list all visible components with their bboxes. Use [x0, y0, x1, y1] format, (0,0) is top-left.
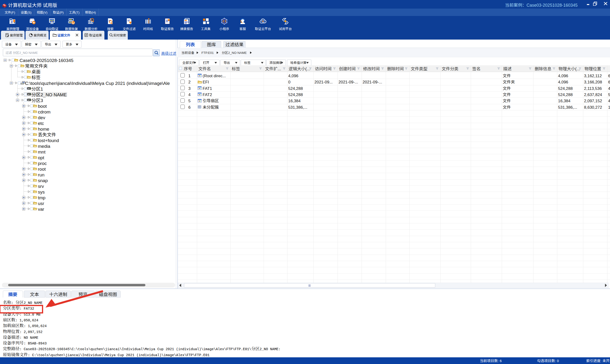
- svg-text:AUTO: AUTO: [50, 20, 54, 21]
